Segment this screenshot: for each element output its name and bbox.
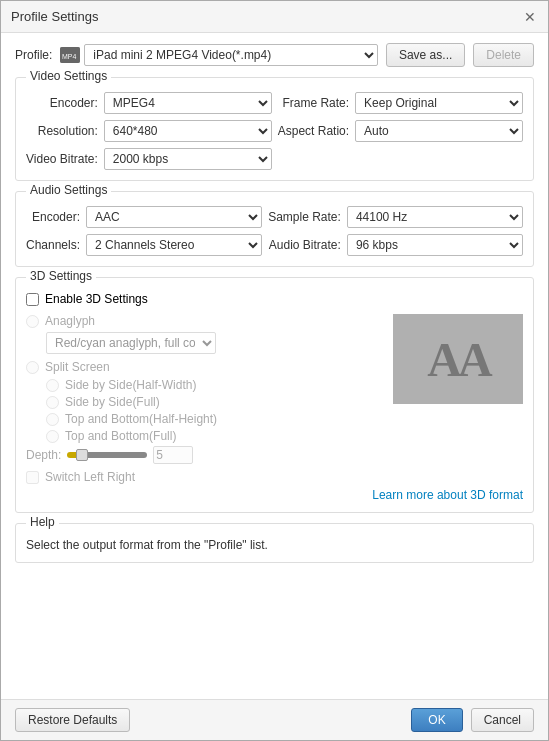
audio-settings-content: Encoder: AACMP3 Sample Rate: 44100 Hz220… <box>16 192 533 266</box>
side-by-side-full-row: Side by Side(Full) <box>46 395 383 409</box>
depth-stepper[interactable] <box>153 446 193 464</box>
video-settings-content: Encoder: MPEG4H.264H.265 Frame Rate: Kee… <box>16 78 533 180</box>
top-bottom-half-radio[interactable] <box>46 413 59 426</box>
encoder-select[interactable]: MPEG4H.264H.265 <box>104 92 272 114</box>
frame-rate-label: Frame Rate: <box>278 96 349 110</box>
sample-rate-select[interactable]: 44100 Hz22050 Hz11025 Hz <box>347 206 523 228</box>
help-section: Help Select the output format from the "… <box>15 523 534 563</box>
side-by-side-full-label: Side by Side(Full) <box>65 395 160 409</box>
3d-options-area: Anaglyph Red/cyan anaglyph, full colorRe… <box>26 314 383 484</box>
help-text: Select the output format from the "Profi… <box>26 538 268 552</box>
top-bottom-full-radio[interactable] <box>46 430 59 443</box>
depth-row: Depth: <box>26 446 383 464</box>
video-settings-grid: Encoder: MPEG4H.264H.265 Frame Rate: Kee… <box>26 92 523 170</box>
split-screen-label: Split Screen <box>45 360 110 374</box>
cancel-button[interactable]: Cancel <box>471 708 534 732</box>
window-title: Profile Settings <box>11 9 98 24</box>
bottom-bar: Restore Defaults OK Cancel <box>1 699 548 740</box>
resolution-label: Resolution: <box>26 124 98 138</box>
preview-text: AA <box>427 332 488 387</box>
profile-icon: MP4 <box>60 47 80 63</box>
aspect-ratio-select[interactable]: Auto16:94:3 <box>355 120 523 142</box>
video-bitrate-label: Video Bitrate: <box>26 152 98 166</box>
audio-settings-title: Audio Settings <box>26 183 111 197</box>
title-bar: Profile Settings ✕ <box>1 1 548 33</box>
audio-settings-grid: Encoder: AACMP3 Sample Rate: 44100 Hz220… <box>26 206 523 256</box>
depth-slider-thumb[interactable] <box>76 449 88 461</box>
side-by-side-half-row: Side by Side(Half-Width) <box>46 378 383 392</box>
ok-button[interactable]: OK <box>411 708 462 732</box>
profile-label: Profile: <box>15 48 52 62</box>
audio-encoder-select[interactable]: AACMP3 <box>86 206 262 228</box>
profile-dropdown[interactable]: iPad mini 2 MPEG4 Video(*.mp4) <box>84 44 378 66</box>
channels-select[interactable]: 2 Channels StereoMono <box>86 234 262 256</box>
side-by-side-half-radio[interactable] <box>46 379 59 392</box>
encoder-label: Encoder: <box>26 96 98 110</box>
switch-row: Switch Left Right <box>26 470 383 484</box>
audio-bitrate-label: Audio Bitrate: <box>268 238 341 252</box>
audio-encoder-label: Encoder: <box>26 210 80 224</box>
bottom-right-buttons: OK Cancel <box>411 708 534 732</box>
profile-row: Profile: MP4 iPad mini 2 MPEG4 Video(*.m… <box>15 43 534 67</box>
content-area: Profile: MP4 iPad mini 2 MPEG4 Video(*.m… <box>1 33 548 699</box>
learn-more-link[interactable]: Learn more about 3D format <box>372 488 523 502</box>
enable-3d-checkbox[interactable] <box>26 293 39 306</box>
anaglyph-select[interactable]: Red/cyan anaglyph, full colorRed/blue an… <box>46 332 216 354</box>
top-bottom-full-label: Top and Bottom(Full) <box>65 429 176 443</box>
3d-main-area: Anaglyph Red/cyan anaglyph, full colorRe… <box>26 314 523 484</box>
profile-select-wrap: MP4 iPad mini 2 MPEG4 Video(*.mp4) <box>60 44 378 66</box>
preview-box: AA <box>393 314 523 404</box>
side-by-side-half-label: Side by Side(Half-Width) <box>65 378 196 392</box>
save-as-button[interactable]: Save as... <box>386 43 465 67</box>
enable-3d-label[interactable]: Enable 3D Settings <box>45 292 148 306</box>
anaglyph-row: Anaglyph <box>26 314 383 328</box>
3d-settings-title: 3D Settings <box>26 269 96 283</box>
anaglyph-label: Anaglyph <box>45 314 95 328</box>
delete-button[interactable]: Delete <box>473 43 534 67</box>
frame-rate-select[interactable]: Keep Original242530 <box>355 92 523 114</box>
enable-3d-row: Enable 3D Settings <box>26 292 523 306</box>
side-by-side-full-radio[interactable] <box>46 396 59 409</box>
help-content: Select the output format from the "Profi… <box>16 524 533 562</box>
3d-settings-section: 3D Settings Enable 3D Settings Anaglyph <box>15 277 534 513</box>
help-title: Help <box>26 515 59 529</box>
preview-area: AA <box>393 314 523 484</box>
close-button[interactable]: ✕ <box>522 9 538 25</box>
resolution-select[interactable]: 640*4801280*7201920*1080 <box>104 120 272 142</box>
sample-rate-label: Sample Rate: <box>268 210 341 224</box>
top-bottom-half-row: Top and Bottom(Half-Height) <box>46 412 383 426</box>
video-settings-title: Video Settings <box>26 69 111 83</box>
top-bottom-full-row: Top and Bottom(Full) <box>46 429 383 443</box>
anaglyph-select-row: Red/cyan anaglyph, full colorRed/blue an… <box>46 332 383 354</box>
top-bottom-half-label: Top and Bottom(Half-Height) <box>65 412 217 426</box>
restore-defaults-button[interactable]: Restore Defaults <box>15 708 130 732</box>
video-settings-section: Video Settings Encoder: MPEG4H.264H.265 … <box>15 77 534 181</box>
video-bitrate-select[interactable]: 2000 kbps4000 kbps8000 kbps <box>104 148 272 170</box>
svg-text:MP4: MP4 <box>62 53 77 60</box>
depth-slider-track[interactable] <box>67 452 147 458</box>
3d-settings-content: Enable 3D Settings Anaglyph Red/cyan ana… <box>16 278 533 512</box>
learn-more-row: Learn more about 3D format <box>26 488 523 502</box>
switch-left-right-label: Switch Left Right <box>45 470 135 484</box>
depth-label: Depth: <box>26 448 61 462</box>
anaglyph-radio[interactable] <box>26 315 39 328</box>
split-screen-radio[interactable] <box>26 361 39 374</box>
split-screen-row: Split Screen <box>26 360 383 374</box>
audio-settings-section: Audio Settings Encoder: AACMP3 Sample Ra… <box>15 191 534 267</box>
channels-label: Channels: <box>26 238 80 252</box>
aspect-ratio-label: Aspect Ratio: <box>278 124 349 138</box>
profile-settings-window: Profile Settings ✕ Profile: MP4 iPad min… <box>0 0 549 741</box>
switch-left-right-checkbox[interactable] <box>26 471 39 484</box>
audio-bitrate-select[interactable]: 96 kbps128 kbps192 kbps <box>347 234 523 256</box>
